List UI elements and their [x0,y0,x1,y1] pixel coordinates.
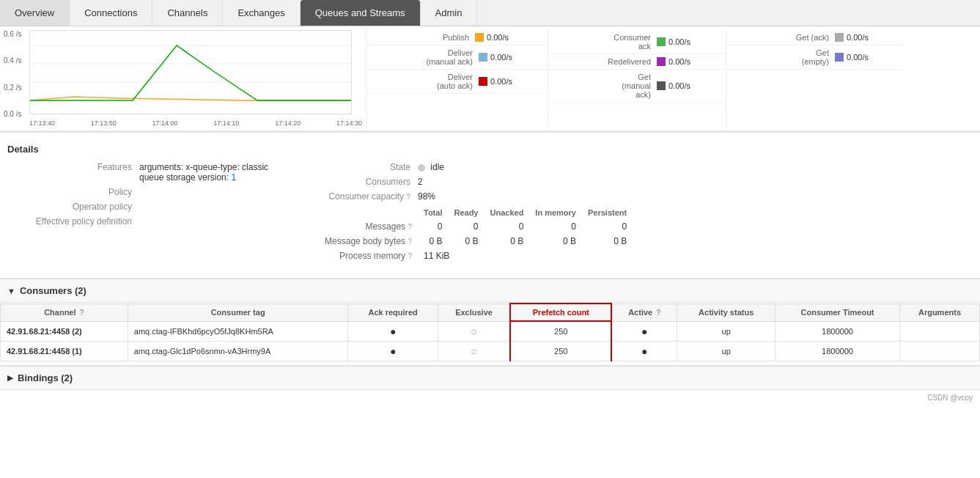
consumer-row-1: 42.91.68.21:4458 (2) amq.ctag-IFBKhd6pcy… [1,321,980,341]
nav-overview[interactable]: Overview [0,0,70,26]
consumer-2-timeout: 1800000 [775,341,900,361]
state-dot-icon [418,164,425,172]
consumer-1-prefetch: 250 [510,321,611,341]
col-prefetch-count: Prefetch count [510,304,611,321]
nav-admin[interactable]: Admin [421,0,478,26]
stats-messages-label: Messages ? [301,219,418,234]
metric-deliver-auto-value: 0.00/s [490,77,542,86]
bindings-section-header[interactable]: ▶ Bindings (2) [0,367,980,390]
details-section: Details Features arguments: x-queue-type… [0,131,980,274]
consumer-1-channel: 42.91.68.21:4458 (2) [1,321,128,341]
x-label-3: 17:14:00 [152,120,178,127]
metric-consumer-ack-label: Consumerack [554,33,657,51]
y-label-06: 0.6 /s [4,30,21,38]
chart-x-axis: 17:13:40 17:13:50 17:14:00 17:14:10 17:1… [4,120,362,127]
metric-get-empty-label: Get(empty) [732,48,835,66]
metrics-col-left: Publish 0.00/s Deliver(manual ack) 0.00/… [366,30,548,127]
consumer-2-arguments [899,341,979,361]
stats-bytes-row: Message body bytes ? 0 B 0 B 0 B 0 B 0 B [301,234,633,249]
consumer-2-prefetch: 250 [510,341,611,361]
consumer-table-header-row: Channel ? Consumer tag Ack required Excl… [1,304,980,321]
navigation: Overview Connections Channels Exchanges … [0,0,980,26]
detail-features-key: Features [7,162,139,172]
metric-get-manual-value: 0.00/s [668,81,720,90]
detail-effective-policy-key: Effective policy definition [7,216,139,227]
metric-get-ack-label: Get (ack) [732,33,835,42]
metrics-area: 0.6 /s 0.4 /s 0.2 /s 0.0 /s 17:13:40 17:… [0,26,980,131]
x-label-2: 17:13:50 [91,120,117,127]
stats-bytes-unacked: 0 B [485,234,530,249]
metric-get-ack: Get (ack) 0.00/s [726,30,904,45]
x-label-6: 17:14:30 [336,120,362,127]
metric-deliver-manual-value: 0.00/s [490,53,542,62]
details-right: State idle Consumers 2 Consumer capacity… [301,162,973,263]
consumer-1-tag: amq.ctag-IFBKhd6pcyO5fJq8KHm5RA [128,321,348,341]
stats-unacked-header: Unacked [485,206,530,219]
detail-policy: Policy [7,187,301,197]
detail-state-val: idle [418,162,444,172]
consumer-1-activity-status: up [677,321,775,341]
consumers-section: ▼ Consumers (2) Channel ? Consumer tag A… [0,278,980,361]
stats-memory-label: Process memory ? [301,249,418,263]
stats-persistent-header: Persistent [582,206,633,219]
stats-bytes-persistent: 0 B [582,234,633,249]
col-active: Active ? [611,304,677,321]
metric-get-empty-color [835,53,844,62]
bindings-section-title: Bindings (2) [18,372,73,383]
detail-consumer-capacity: Consumer capacity ? 98% [301,191,973,202]
consumer-row-2: 42.91.68.21:4458 (1) amq.ctag-Glc1dPo6sn… [1,341,980,361]
nav-queues-streams[interactable]: Queues and Streams [301,0,421,26]
metric-redelivered: Redelivered 0.00/s [548,54,726,70]
bindings-section: ▶ Bindings (2) [0,365,980,390]
x-label-5: 17:14:20 [275,120,301,127]
detail-operator-policy: Operator policy [7,202,301,212]
metrics-columns: Publish 0.00/s Deliver(manual ack) 0.00/… [366,26,980,130]
chart-y-axis: 0.6 /s 0.4 /s 0.2 /s 0.0 /s [4,30,23,118]
metric-publish-label: Publish [372,33,475,42]
metric-deliver-auto-color [479,77,487,86]
y-label-04: 0.4 /s [4,56,21,65]
consumers-section-title: Consumers (2) [20,285,86,296]
detail-features-val: arguments: x-queue-type: classic queue s… [139,162,268,183]
consumer-2-tag: amq.ctag-Glc1dPo6snmn-vA3Hrmy9A [128,341,348,361]
stats-bytes-label: Message body bytes ? [301,234,418,249]
detail-effective-policy: Effective policy definition [7,216,301,227]
consumer-2-active: ● [611,341,677,361]
consumer-1-arguments [899,321,979,341]
consumers-section-header[interactable]: ▼ Consumers (2) [0,279,980,303]
stats-bytes-ready: 0 B [448,234,484,249]
nav-exchanges[interactable]: Exchanges [223,0,300,26]
metric-get-manual: Get(manualack) 0.00/s [548,70,726,103]
stats-messages-row: Messages ? 0 0 0 0 0 [301,219,633,234]
stats-table: Total Ready Unacked In memory Persistent… [301,206,633,263]
col-exclusive: Exclusive [438,304,510,321]
nav-channels[interactable]: Channels [152,0,223,26]
metric-get-ack-color [835,33,844,42]
queue-version-link[interactable]: 1 [231,172,236,183]
stats-messages-inmemory: 0 [529,219,582,234]
metric-get-manual-label: Get(manualack) [554,73,657,99]
detail-state: State idle [301,162,973,172]
consumer-2-exclusive: ○ [438,341,510,361]
chart-area: 0.6 /s 0.4 /s 0.2 /s 0.0 /s 17:13:40 17:… [0,26,366,130]
col-activity-status: Activity status [677,304,775,321]
details-left: Features arguments: x-queue-type: classi… [7,162,301,263]
consumer-2-ack: ● [348,341,438,361]
state-text: idle [430,162,444,172]
stats-total-header: Total [418,206,448,219]
col-arguments: Arguments [899,304,979,321]
stats-messages-total: 0 [418,219,448,234]
stats-empty-header [301,206,418,219]
metric-deliver-auto: Deliver(auto ack) 0.00/s [366,70,548,94]
bindings-expand-icon: ▶ [7,373,13,383]
y-label-02: 0.2 /s [4,84,21,92]
metric-redelivered-color [657,57,666,66]
nav-connections[interactable]: Connections [70,0,152,26]
metric-get-ack-value: 0.00/s [847,33,898,42]
detail-state-key: State [301,162,418,172]
col-consumer-timeout: Consumer Timeout [775,304,900,321]
col-channel: Channel ? [1,304,128,321]
detail-consumers-val: 2 [418,177,423,187]
consumer-1-exclusive: ○ [438,321,510,341]
consumer-2-activity-status: up [677,341,775,361]
